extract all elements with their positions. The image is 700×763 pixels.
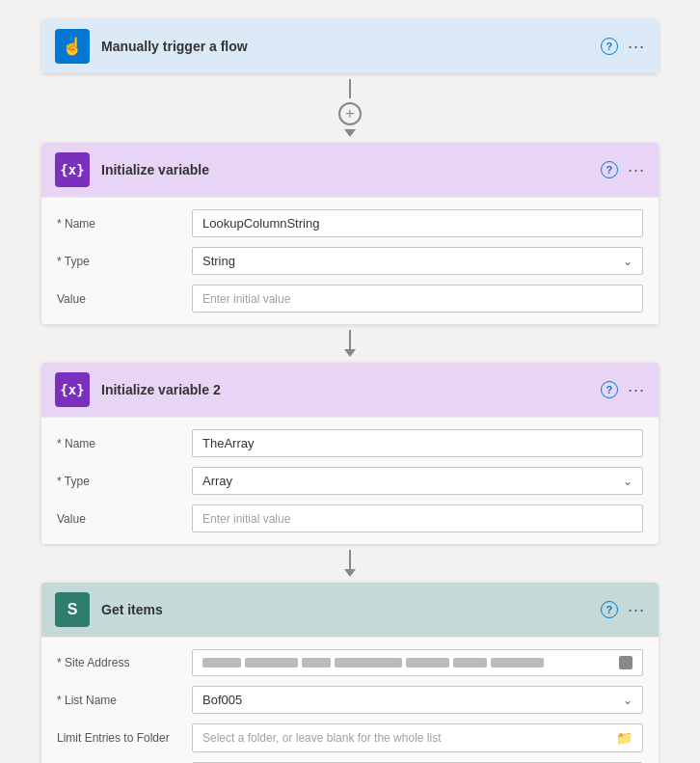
trigger-more-button[interactable]: ··· (628, 38, 645, 55)
init-var1-body: * Name * Type String ⌄ Value (41, 197, 659, 324)
blur-icon (619, 656, 633, 669)
list-name-value: Bof005 (202, 693, 242, 707)
get-items-body: * Site Address * List Name (41, 637, 659, 763)
limit-entries-field[interactable]: Select a folder, or leave blank for the … (192, 723, 643, 752)
init-var2-type-row: * Type Array ⌄ (57, 467, 643, 495)
init-var2-type-select[interactable]: Array ⌄ (192, 467, 643, 495)
add-step-button[interactable]: + (338, 102, 362, 125)
init-var1-type-chevron: ⌄ (623, 255, 633, 268)
list-name-row: * List Name Bof005 ⌄ (57, 686, 643, 714)
init-var2-header-actions: ? ··· (601, 381, 645, 398)
connector-line-3 (349, 550, 351, 569)
connector-arrow-3 (344, 569, 356, 577)
blur-6 (453, 658, 487, 668)
init-var1-more-button[interactable]: ··· (628, 161, 645, 178)
connector-line-top (349, 79, 351, 98)
init-var2-type-chevron: ⌄ (623, 475, 633, 488)
init-var2-more-button[interactable]: ··· (628, 381, 645, 398)
init-var2-value-input[interactable] (192, 504, 643, 532)
limit-entries-row: Limit Entries to Folder Select a folder,… (57, 723, 643, 752)
connector-3 (344, 544, 356, 583)
get-items-help-button[interactable]: ? (601, 601, 618, 618)
init-var1-help-button[interactable]: ? (601, 161, 618, 178)
trigger-help-button[interactable]: ? (601, 38, 618, 55)
init-var2-value-label: Value (57, 512, 182, 526)
init-var2-help-button[interactable]: ? (601, 381, 618, 398)
init-var2-type-label: * Type (57, 475, 182, 488)
site-address-blurred (202, 658, 619, 668)
init-var2-header: {x} Initialize variable 2 ? ··· (41, 363, 659, 417)
connector-2 (344, 324, 356, 363)
trigger-card-header: ☝ Manually trigger a flow ? ··· (41, 19, 659, 73)
get-items-header-actions: ? ··· (601, 601, 645, 618)
init-var2-card: {x} Initialize variable 2 ? ··· * Name *… (41, 363, 659, 544)
connector-line-2 (349, 330, 351, 349)
trigger-title: Manually trigger a flow (101, 39, 589, 54)
braces-icon-1: {x} (60, 162, 84, 177)
trigger-card: ☝ Manually trigger a flow ? ··· (41, 19, 659, 73)
list-name-label: * List Name (57, 694, 182, 707)
blur-1 (202, 658, 241, 668)
init-var1-name-label: * Name (57, 217, 182, 231)
init-var1-title: Initialize variable (101, 162, 589, 177)
init-var2-body: * Name * Type Array ⌄ Value (41, 417, 659, 544)
get-items-header: S Get items ? ··· (41, 583, 659, 637)
init-var2-icon-box: {x} (55, 372, 90, 407)
init-var1-header: {x} Initialize variable ? ··· (41, 143, 659, 197)
hand-icon: ☝ (62, 36, 83, 57)
init-var2-title: Initialize variable 2 (101, 382, 589, 397)
site-address-label: * Site Address (57, 656, 182, 669)
get-items-title: Get items (101, 602, 589, 617)
init-var1-name-input[interactable] (192, 209, 643, 237)
init-var2-type-value: Array (202, 474, 232, 488)
init-var1-type-row: * Type String ⌄ (57, 247, 643, 275)
blur-4 (335, 658, 402, 668)
init-var2-value-row: Value (57, 504, 643, 532)
blur-3 (302, 658, 331, 668)
blur-2 (245, 658, 298, 668)
limit-entries-label: Limit Entries to Folder (57, 731, 182, 745)
connector-1: + (338, 73, 362, 143)
init-var1-type-select[interactable]: String ⌄ (192, 247, 643, 275)
blur-5 (406, 658, 449, 668)
get-items-more-button[interactable]: ··· (628, 601, 645, 618)
site-address-field[interactable] (192, 649, 643, 676)
init-var2-name-label: * Name (57, 437, 182, 450)
get-items-card: S Get items ? ··· * Site Address (41, 583, 659, 763)
trigger-header-actions: ? ··· (601, 38, 645, 55)
blur-7 (491, 658, 544, 668)
init-var1-value-row: Value (57, 285, 643, 313)
flow-canvas: ☝ Manually trigger a flow ? ··· + {x} In… (29, 19, 671, 763)
init-var1-type-value: String (202, 254, 235, 268)
init-var1-value-label: Value (57, 292, 182, 306)
trigger-icon-box: ☝ (55, 29, 90, 64)
limit-entries-placeholder: Select a folder, or leave blank for the … (202, 731, 616, 745)
list-name-chevron: ⌄ (623, 694, 633, 707)
init-var2-name-input[interactable] (192, 429, 643, 457)
connector-arrow-2 (344, 349, 356, 357)
init-var1-type-label: * Type (57, 255, 182, 268)
init-var2-name-row: * Name (57, 429, 643, 457)
braces-icon-2: {x} (60, 382, 84, 397)
s-icon: S (67, 601, 78, 618)
site-address-row: * Site Address (57, 649, 643, 676)
get-items-icon-box: S (55, 592, 90, 627)
init-var1-card: {x} Initialize variable ? ··· * Name * T… (41, 143, 659, 324)
init-var1-icon-box: {x} (55, 152, 90, 187)
init-var1-name-row: * Name (57, 209, 643, 237)
init-var1-value-input[interactable] (192, 285, 643, 313)
connector-arrow-1 (344, 129, 356, 137)
list-name-select[interactable]: Bof005 ⌄ (192, 686, 643, 714)
folder-icon: 📁 (616, 730, 633, 746)
init-var1-header-actions: ? ··· (601, 161, 645, 178)
